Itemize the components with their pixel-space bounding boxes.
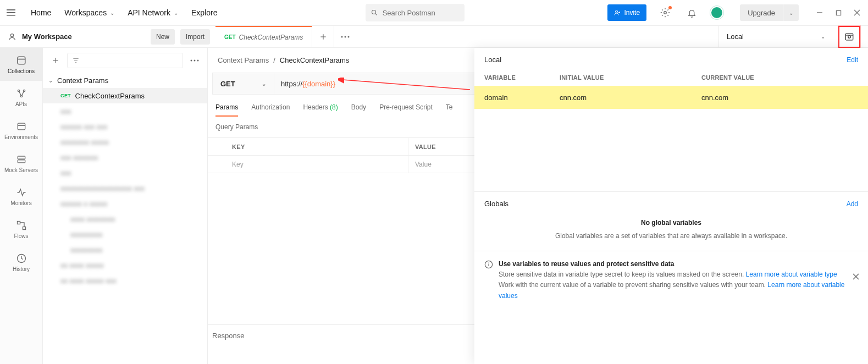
close-button[interactable] (853, 8, 861, 17)
global-search[interactable] (366, 4, 465, 21)
method-selector[interactable]: GET ⌄ (213, 73, 274, 94)
tree-item[interactable]: xxxxxxxx xxxxx (43, 134, 207, 150)
tree-item[interactable]: xx xxxx xxxxx (43, 257, 207, 273)
panel-tip-text1: Store sensitive data in variable type se… (499, 271, 746, 278)
mock-icon (16, 154, 27, 165)
tab-method: GET (224, 34, 236, 40)
tab-request[interactable]: GET CheckContextParams (215, 26, 312, 47)
breadcrumb-current: CheckContextParams (280, 56, 349, 64)
sidebar-new-button[interactable] (48, 53, 63, 68)
settings-button[interactable] (657, 5, 673, 20)
tree-item[interactable]: xxx xxxxxxx (43, 150, 207, 165)
tab-headers[interactable]: Headers (8) (303, 103, 338, 117)
panel-col-current: CURRENT VALUE (701, 74, 858, 81)
tree-item[interactable]: xxxxxxxxx (43, 227, 207, 242)
new-tab-button[interactable] (312, 26, 334, 47)
top-bar: Home Workspaces⌄ API Network⌄ Explore In… (0, 0, 868, 26)
chevron-down-icon: ⌄ (174, 10, 178, 16)
tree-item[interactable]: xxx (43, 165, 207, 180)
collections-sidebar: ⌄ Context Params GET CheckContextParams … (43, 48, 208, 364)
plus-icon (52, 57, 59, 64)
tab-params[interactable]: Params (215, 103, 238, 117)
import-button[interactable]: Import (180, 29, 210, 45)
tree-item[interactable]: xxxxxx x xxxxx (43, 196, 207, 211)
tree-request-item[interactable]: GET CheckContextParams (43, 88, 207, 103)
svg-point-37 (194, 59, 196, 61)
plus-icon (319, 33, 327, 41)
tree-folder[interactable]: ⌄ Context Params (43, 73, 207, 88)
panel-edit-link[interactable]: Edit (847, 56, 858, 64)
tree-item[interactable]: xxxxxx xxx xxx (43, 119, 207, 134)
svg-point-23 (20, 95, 22, 97)
panel-col-initial: INITIAL VALUE (560, 74, 701, 81)
request-builder: Context Params / CheckContextParams GET … (208, 48, 868, 364)
svg-rect-19 (18, 57, 25, 64)
rail-label: Environments (4, 134, 38, 140)
qp-key-placeholder[interactable]: Key (208, 156, 408, 173)
rail-label: History (13, 266, 30, 272)
invite-button[interactable]: Invite (607, 4, 646, 21)
tab-authorization[interactable]: Authorization (251, 103, 290, 117)
minimize-button[interactable] (815, 8, 824, 17)
panel-variable-row[interactable]: domain cnn.com cnn.com (474, 86, 868, 109)
notifications-button[interactable] (684, 5, 699, 20)
panel-table-header: VARIABLE INITIAL VALUE CURRENT VALUE (474, 69, 868, 86)
tree-item[interactable]: xx xxxx xxxxx xxx (43, 273, 207, 288)
tree-item[interactable]: xxxxxxxxxxxxxxxxxxxx xxx (43, 180, 207, 196)
rail-mock-servers[interactable]: Mock Servers (0, 147, 42, 180)
chevron-down-icon: ⌄ (789, 10, 793, 16)
rail-label: Collections (8, 68, 35, 74)
rail-apis[interactable]: APIs (0, 81, 42, 114)
tab-tests[interactable]: Te (446, 103, 453, 117)
svg-rect-26 (18, 156, 25, 159)
nav-workspaces[interactable]: Workspaces⌄ (64, 8, 114, 17)
panel-tip-text2: Work with the current value of a variabl… (499, 281, 767, 289)
notification-dot (668, 6, 672, 9)
tab-prerequest[interactable]: Pre-request Script (379, 103, 433, 117)
nav-explore[interactable]: Explore (191, 8, 217, 17)
sidebar-more-button[interactable] (187, 53, 202, 68)
panel-tip-title: Use variables to reuse values and protec… (499, 259, 858, 269)
workspace-name[interactable]: My Workspace (8, 32, 145, 41)
tab-overflow-button[interactable] (334, 26, 356, 47)
panel-add-link[interactable]: Add (847, 200, 858, 208)
rail-history[interactable]: History (0, 246, 42, 279)
panel-var-name: domain (484, 93, 560, 102)
rail-label: Monitors (10, 200, 31, 206)
tab-label: Body (351, 103, 366, 111)
environment-quicklook-button[interactable] (838, 26, 860, 48)
panel-col-variable: VARIABLE (484, 74, 560, 81)
rail-flows[interactable]: Flows (0, 213, 42, 246)
global-search-input[interactable] (383, 9, 460, 17)
panel-tip-close[interactable] (853, 273, 859, 280)
svg-point-10 (10, 34, 13, 36)
upgrade-button[interactable]: Upgrade (740, 4, 783, 21)
tree-item[interactable]: xxxxxxxxx (43, 242, 207, 257)
tree-item[interactable]: xxx (43, 103, 207, 119)
environment-selector[interactable]: Local ⌄ (718, 26, 833, 48)
method-label: GET (220, 80, 235, 88)
tab-body[interactable]: Body (351, 103, 366, 117)
upgrade-dropdown[interactable]: ⌄ (783, 4, 799, 21)
breadcrumb-parent[interactable]: Context Params (218, 56, 269, 64)
nav-api-network[interactable]: API Network⌄ (128, 8, 178, 17)
new-button[interactable]: New (151, 29, 175, 45)
nav-home[interactable]: Home (31, 8, 51, 17)
chevron-down-icon: ⌄ (821, 34, 825, 40)
sidebar-filter[interactable] (67, 53, 183, 68)
rail-monitors[interactable]: Monitors (0, 180, 42, 213)
hamburger-icon[interactable] (7, 8, 15, 17)
svg-line-1 (375, 14, 377, 15)
rail-collections[interactable]: Collections (0, 48, 42, 81)
panel-env-name: Local (484, 56, 501, 64)
person-plus-icon (614, 9, 621, 16)
maximize-button[interactable] (834, 8, 843, 17)
user-avatar[interactable] (710, 6, 723, 19)
annotation-arrow (338, 78, 476, 92)
svg-rect-16 (845, 34, 853, 40)
svg-line-40 (342, 80, 470, 90)
tree-item[interactable]: xxxx xxxxxxxx (43, 211, 207, 227)
rail-environments[interactable]: Environments (0, 114, 42, 147)
nav-home-label: Home (31, 8, 51, 17)
panel-tip-link1[interactable]: Learn more about variable type (746, 271, 837, 278)
